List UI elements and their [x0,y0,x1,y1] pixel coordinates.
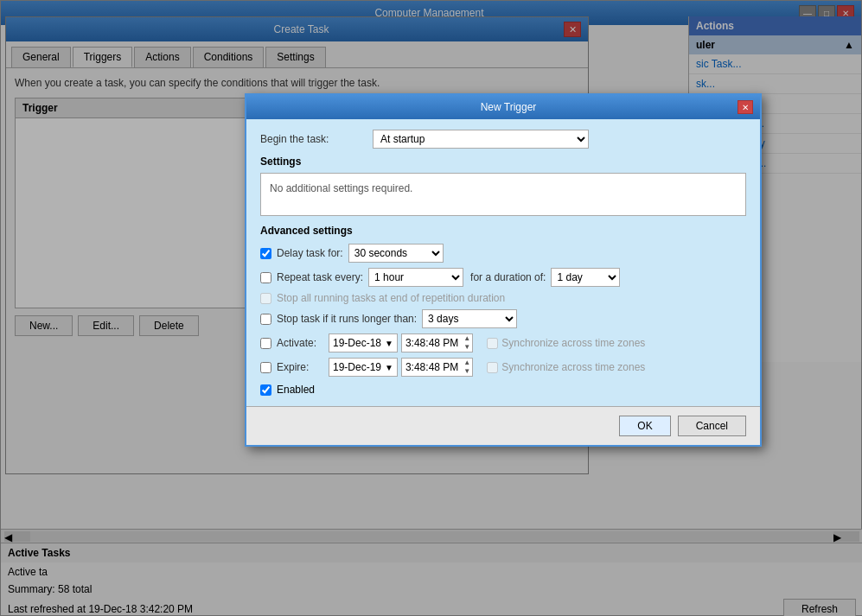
delay-task-label: Delay task for: [277,247,343,259]
stop-running-checkbox[interactable] [260,293,271,304]
delay-task-select[interactable]: 30 seconds 1 minute 30 minutes 1 hour [348,244,444,263]
activate-date-picker[interactable]: ▼ [385,339,393,348]
enabled-row: Enabled [260,384,746,396]
stop-running-label: Stop all running tasks at end of repetit… [277,292,505,304]
activate-date[interactable]: 19-Dec-18 ▼ [329,333,398,352]
begin-task-select[interactable]: At startup On a schedule At log on On an… [373,130,589,149]
activate-time-spinner[interactable]: 3:48:48 PM ▲ ▼ [401,333,473,352]
expire-sync-label: Synchronize across time zones [501,361,645,373]
new-trigger-title: New Trigger [279,101,737,113]
new-trigger-body: Begin the task: At startup On a schedule… [246,119,760,406]
activate-sync-label: Synchronize across time zones [501,337,645,349]
enabled-label: Enabled [277,384,315,396]
activate-time-arrows[interactable]: ▲ ▼ [462,334,472,352]
begin-task-label: Begin the task: [260,133,373,145]
stop-running-row: Stop all running tasks at end of repetit… [260,292,746,304]
activate-row: Activate: 19-Dec-18 ▼ 3:48:48 PM ▲ ▼ Syn… [260,333,746,352]
new-trigger-titlebar: New Trigger ✕ [246,95,760,119]
activate-time-up[interactable]: ▲ [462,334,472,343]
repeat-task-row: Repeat task every: 1 hour 5 minutes 10 m… [260,268,746,287]
expire-label: Expire: [277,361,329,373]
activate-sync: Synchronize across time zones [487,337,645,349]
activate-sync-checkbox[interactable] [487,338,498,349]
stop-task-longer-label: Stop task if it runs longer than: [277,313,417,325]
expire-sync: Synchronize across time zones [487,361,645,373]
expire-time-arrows[interactable]: ▲ ▼ [462,359,472,376]
stop-task-longer-row: Stop task if it runs longer than: 3 days… [260,309,746,328]
expire-checkbox[interactable] [260,362,271,373]
stop-task-longer-select[interactable]: 3 days 1 hour 2 hours 4 hours 8 hours [422,309,517,328]
advanced-settings-label: Advanced settings [260,225,746,237]
advanced-settings-section: Advanced settings Delay task for: 30 sec… [260,225,746,396]
repeat-task-select[interactable]: 1 hour 5 minutes 10 minutes 15 minutes 3… [368,268,463,287]
expire-row: Expire: 19-Dec-19 ▼ 3:48:48 PM ▲ ▼ Synch… [260,358,746,377]
repeat-task-label: Repeat task every: [277,271,363,283]
activate-label: Activate: [277,337,329,349]
delay-task-checkbox[interactable] [260,248,271,259]
activate-checkbox[interactable] [260,338,271,349]
stop-task-longer-checkbox[interactable] [260,314,271,325]
ok-button[interactable]: OK [619,416,670,436]
new-trigger-close-button[interactable]: ✕ [737,100,753,114]
new-trigger-buttons: OK Cancel [246,406,760,445]
repeat-task-checkbox[interactable] [260,272,271,283]
settings-label: Settings [260,156,746,168]
expire-date-picker[interactable]: ▼ [385,363,393,372]
new-trigger-dialog: New Trigger ✕ Begin the task: At startup… [245,93,762,447]
expire-date[interactable]: 19-Dec-19 ▼ [329,358,398,377]
cancel-button[interactable]: Cancel [678,416,746,436]
expire-time-down[interactable]: ▼ [462,367,472,376]
duration-label: for a duration of: [470,271,546,283]
duration-select[interactable]: 1 day Indefinitely 30 minutes 1 hour [551,268,620,287]
delay-task-row: Delay task for: 30 seconds 1 minute 30 m… [260,244,746,263]
expire-sync-checkbox[interactable] [487,362,498,373]
settings-content: No additional settings required. [260,173,746,216]
expire-time-spinner[interactable]: 3:48:48 PM ▲ ▼ [401,358,473,377]
expire-time-up[interactable]: ▲ [462,359,472,367]
activate-time-down[interactable]: ▼ [462,343,472,352]
settings-section: Settings No additional settings required… [260,156,746,216]
begin-task-row: Begin the task: At startup On a schedule… [260,130,746,149]
enabled-checkbox[interactable] [260,384,271,396]
